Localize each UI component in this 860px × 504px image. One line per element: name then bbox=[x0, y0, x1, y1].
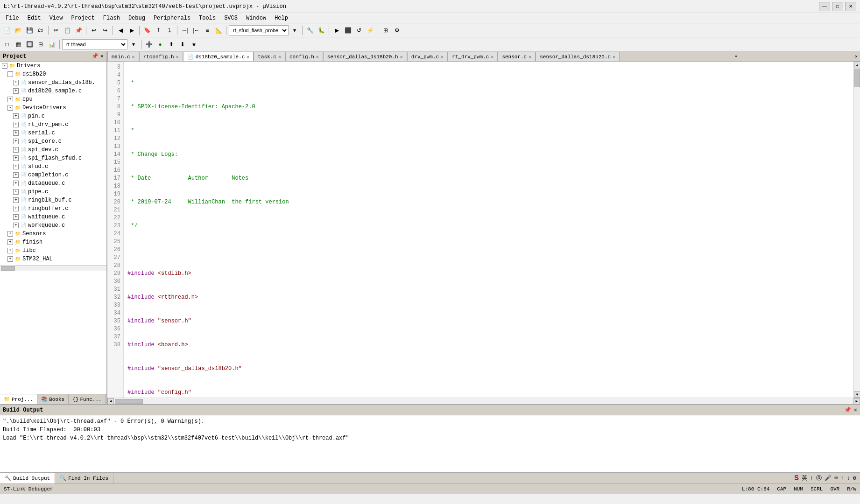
list-item[interactable]: + 📄 rt_drv_pwm.c bbox=[0, 120, 106, 129]
tab-rt-drv-pwm-c[interactable]: rt_drv_pwm.c ✕ bbox=[448, 52, 498, 61]
project-dropdown[interactable]: rt-thread bbox=[62, 39, 127, 49]
expand-icon[interactable]: + bbox=[13, 214, 19, 220]
close-icon[interactable]: ✕ bbox=[613, 54, 615, 60]
tb2-btn1[interactable]: □ bbox=[2, 39, 12, 49]
menu-project[interactable]: Project bbox=[67, 14, 98, 22]
tab-dropdown-button[interactable]: ▾ bbox=[733, 52, 740, 61]
scroll-thumb[interactable] bbox=[854, 69, 860, 87]
list-item[interactable]: + 📄 completion.c bbox=[0, 171, 106, 179]
project-tree[interactable]: - 📁 Drivers - 📁 ds18b20 + 📄 sensor_dalla… bbox=[0, 62, 106, 394]
list-item[interactable]: - 📁 ds18b20 bbox=[0, 70, 106, 78]
list-item[interactable]: + 📄 spi_dev.c bbox=[0, 146, 106, 154]
list-item[interactable]: + 📄 spi_flash_sfud.c bbox=[0, 154, 106, 162]
list-item[interactable]: + 📄 ringblk_buf.c bbox=[0, 196, 106, 204]
expand-icon[interactable]: + bbox=[13, 181, 19, 186]
close-icon[interactable]: ✕ bbox=[278, 54, 281, 60]
expand-icon[interactable]: + bbox=[7, 231, 13, 237]
expand-icon[interactable]: + bbox=[13, 88, 19, 94]
pin-icon[interactable]: 📌 bbox=[844, 406, 851, 413]
stop-button[interactable]: ⬛ bbox=[343, 25, 353, 35]
list-item[interactable]: + 📄 waitqueue.c bbox=[0, 213, 106, 221]
expand-icon[interactable]: + bbox=[13, 223, 19, 228]
flash-download-button[interactable]: ⚡ bbox=[365, 25, 375, 35]
expand-icon[interactable]: + bbox=[13, 80, 19, 85]
list-item[interactable]: + 📄 workqueue.c bbox=[0, 221, 106, 230]
menu-help[interactable]: Help bbox=[271, 14, 292, 22]
list-item[interactable]: + 📄 spi_core.c bbox=[0, 137, 106, 146]
tb2-btn2[interactable]: ▦ bbox=[13, 39, 23, 49]
panel-close-icon[interactable]: ✕ bbox=[100, 53, 104, 60]
scroll-h-track[interactable] bbox=[115, 399, 853, 404]
bookmark-prev-button[interactable]: ⤴ bbox=[153, 25, 163, 35]
window-layout-button[interactable]: ⊞ bbox=[381, 25, 391, 35]
unindent-button[interactable]: |← bbox=[191, 25, 201, 35]
expand-icon[interactable]: + bbox=[13, 147, 19, 153]
close-icon[interactable]: ✕ bbox=[491, 54, 493, 60]
tab-sensor-dallas-h[interactable]: sensor_dallas_ds18b20.h ✕ bbox=[323, 52, 407, 61]
dropdown-arrow[interactable]: ▾ bbox=[289, 25, 300, 35]
bookmark-button[interactable]: 🔖 bbox=[142, 25, 152, 35]
window-controls[interactable]: — □ ✕ bbox=[819, 2, 856, 11]
nav-back-button[interactable]: ◀ bbox=[115, 25, 126, 35]
scroll-track[interactable] bbox=[854, 68, 860, 391]
menu-debug[interactable]: Debug bbox=[125, 14, 149, 22]
close-icon[interactable]: ✕ bbox=[400, 54, 403, 60]
menu-tools[interactable]: Tools bbox=[195, 14, 219, 22]
run-button[interactable]: ▶ bbox=[331, 25, 342, 35]
list-item[interactable]: - 📁 DeviceDrivers bbox=[0, 104, 106, 112]
tab-drv-pwm-c[interactable]: drv_pwm.c ✕ bbox=[407, 52, 448, 61]
tb2-up[interactable]: ⬆ bbox=[166, 39, 176, 49]
list-item[interactable]: + 📄 ds18b20_sample.c bbox=[0, 87, 106, 95]
menu-file[interactable]: File bbox=[2, 14, 23, 22]
list-item[interactable]: + 📄 sensor_dallas_ds18b. bbox=[0, 78, 106, 87]
list-item[interactable]: + 📁 finish bbox=[0, 238, 106, 246]
tab-rtconfig-h[interactable]: rtconfig.h ✕ bbox=[139, 52, 183, 61]
redo-button[interactable]: ↪ bbox=[100, 25, 110, 35]
tab-sensor-c[interactable]: sensor.c ✕ bbox=[498, 52, 536, 61]
maximize-button[interactable]: □ bbox=[832, 2, 843, 11]
new-file-button[interactable]: 📄 bbox=[2, 25, 12, 35]
expand-icon[interactable]: + bbox=[7, 239, 13, 245]
menu-svcs[interactable]: SVCS bbox=[220, 14, 241, 22]
close-icon[interactable]: ✕ bbox=[529, 54, 531, 60]
tab-config-h[interactable]: config.h ✕ bbox=[285, 52, 323, 61]
build-output-content[interactable]: ".\build\keil\Obj\rt-thread.axf" - 0 Err… bbox=[0, 415, 860, 472]
menu-flash[interactable]: Flash bbox=[99, 14, 124, 22]
expand-icon[interactable]: + bbox=[13, 139, 19, 144]
scroll-right-button[interactable]: ▶ bbox=[853, 398, 860, 405]
tb2-add[interactable]: ➕ bbox=[144, 39, 154, 49]
paste-button[interactable]: 📌 bbox=[73, 25, 84, 35]
project-dropdown-arrow[interactable]: ▾ bbox=[128, 39, 139, 49]
panel-pin-icon[interactable]: 📌 bbox=[92, 53, 99, 60]
reset-button[interactable]: ↺ bbox=[354, 25, 364, 35]
close-button[interactable]: ✕ bbox=[845, 2, 856, 11]
expand-icon[interactable]: + bbox=[7, 256, 13, 262]
minimize-button[interactable]: — bbox=[819, 2, 830, 11]
cut-button[interactable]: ✂ bbox=[51, 25, 61, 35]
list-item[interactable]: + 📄 sfud.c bbox=[0, 162, 106, 171]
menu-window[interactable]: Window bbox=[242, 14, 270, 22]
tab-books[interactable]: 📚 Books bbox=[37, 394, 69, 404]
tb2-btn4[interactable]: ⊟ bbox=[35, 39, 46, 49]
expand-icon[interactable]: + bbox=[13, 130, 19, 136]
expand-icon[interactable]: + bbox=[13, 189, 19, 195]
target-dropdown[interactable]: rt_sfud_flash_probe bbox=[229, 25, 289, 35]
expand-icon[interactable]: + bbox=[7, 248, 13, 253]
tab-main-c[interactable]: main.c ✕ bbox=[107, 52, 139, 61]
tab-sensor-dallas-c[interactable]: sensor_dallas_ds18b20.c ✕ bbox=[536, 52, 620, 61]
panel-header-icons[interactable]: 📌 ✕ bbox=[92, 53, 104, 60]
vertical-scrollbar[interactable]: ▲ ▼ bbox=[853, 62, 860, 398]
expand-icon[interactable]: + bbox=[13, 164, 19, 169]
scroll-up-button[interactable]: ▲ bbox=[854, 62, 860, 68]
list-item[interactable]: + 📄 pipe.c bbox=[0, 188, 106, 196]
debug-button[interactable]: 🐛 bbox=[316, 25, 326, 35]
tab-close-all-button[interactable]: ✕ bbox=[853, 52, 860, 61]
close-icon[interactable]: ✕ bbox=[247, 54, 249, 60]
settings-button[interactable]: ⚙ bbox=[392, 25, 402, 35]
list-item[interactable]: + 📄 serial.c bbox=[0, 129, 106, 137]
project-scrollbar-h[interactable] bbox=[0, 265, 106, 271]
open-file-button[interactable]: 📂 bbox=[13, 25, 23, 35]
save-button[interactable]: 💾 bbox=[24, 25, 35, 35]
tab-ds18b20-sample-c[interactable]: 📄 ds18b20_sample.c ✕ bbox=[183, 52, 254, 61]
expand-icon[interactable]: - bbox=[7, 105, 13, 111]
